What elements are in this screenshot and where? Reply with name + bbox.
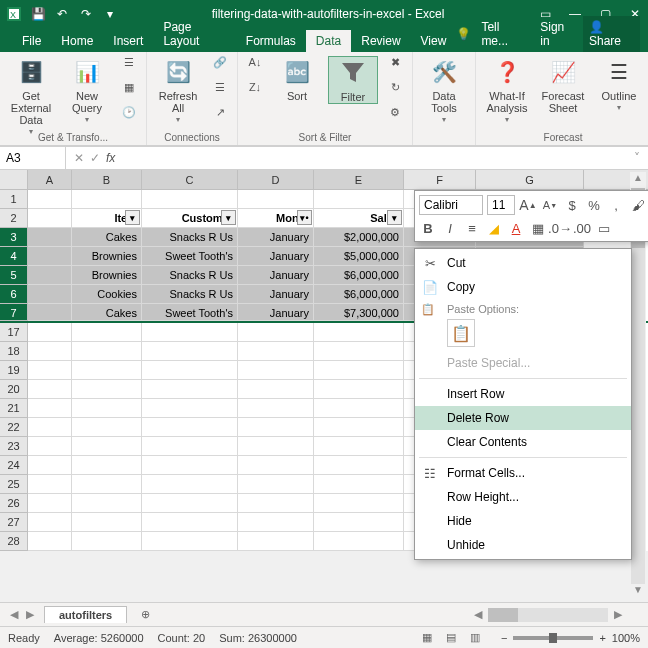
row-header[interactable]: 3: [0, 228, 28, 247]
cell[interactable]: [314, 475, 404, 494]
forecast-sheet-button[interactable]: 📈 Forecast Sheet: [538, 56, 588, 114]
row-header[interactable]: 19: [0, 361, 28, 380]
cell[interactable]: Cakes: [72, 304, 142, 321]
cell[interactable]: [28, 418, 72, 437]
ctx-delete-row[interactable]: Delete Row: [415, 406, 631, 430]
cell[interactable]: Customer▾: [142, 209, 238, 228]
cell[interactable]: Snacks R Us: [142, 285, 238, 304]
reapply-button[interactable]: ↻: [384, 81, 406, 103]
column-header[interactable]: B: [72, 170, 142, 189]
new-query-button[interactable]: 📊 New Query▾: [62, 56, 112, 125]
cell[interactable]: [28, 247, 72, 266]
cell[interactable]: [72, 437, 142, 456]
filter-dropdown-button[interactable]: ▾: [125, 210, 140, 225]
cell[interactable]: [314, 399, 404, 418]
merge-icon[interactable]: ▭: [595, 219, 613, 237]
view-buttons[interactable]: ▦▤▥: [415, 631, 487, 644]
sheet-nav-next-icon[interactable]: ▶: [26, 608, 34, 621]
cell[interactable]: [28, 228, 72, 247]
filter-dropdown-button[interactable]: ▾: [221, 210, 236, 225]
percent-icon[interactable]: %: [585, 196, 603, 214]
name-box[interactable]: [0, 147, 66, 169]
sign-in[interactable]: Sign in: [534, 16, 579, 52]
fill-color-icon[interactable]: ◢: [485, 219, 503, 237]
cell[interactable]: [72, 399, 142, 418]
cell[interactable]: [142, 532, 238, 551]
accept-formula-icon[interactable]: ✓: [90, 151, 100, 165]
cell[interactable]: [314, 494, 404, 513]
undo-icon[interactable]: ↶: [54, 6, 70, 22]
font-shrink-icon[interactable]: A▼: [541, 196, 559, 214]
cell[interactable]: [314, 532, 404, 551]
cell[interactable]: [142, 513, 238, 532]
cell[interactable]: [238, 475, 314, 494]
column-header[interactable]: E: [314, 170, 404, 189]
row-header[interactable]: 21: [0, 399, 28, 418]
font-grow-icon[interactable]: A▲: [519, 196, 537, 214]
cell[interactable]: Item▾: [72, 209, 142, 228]
cell[interactable]: [142, 456, 238, 475]
save-icon[interactable]: 💾: [30, 6, 46, 22]
page-break-icon[interactable]: ▥: [465, 631, 485, 644]
row-header[interactable]: 24: [0, 456, 28, 475]
column-header[interactable]: D: [238, 170, 314, 189]
cell[interactable]: [28, 304, 72, 321]
cell[interactable]: [72, 323, 142, 342]
tab-view[interactable]: View: [411, 30, 457, 52]
tab-data[interactable]: Data: [306, 30, 351, 52]
cell[interactable]: Sweet Tooth's: [142, 247, 238, 266]
cell[interactable]: [28, 399, 72, 418]
sort-asc-button[interactable]: A↓: [244, 56, 266, 78]
tab-page-layout[interactable]: Page Layout: [153, 16, 235, 52]
row-header[interactable]: 2: [0, 209, 28, 228]
tell-me[interactable]: Tell me...: [475, 16, 530, 52]
tab-insert[interactable]: Insert: [103, 30, 153, 52]
recent-sources-button[interactable]: 🕑: [118, 106, 140, 128]
name-box-input[interactable]: [6, 151, 59, 165]
cell[interactable]: [238, 361, 314, 380]
cell[interactable]: [72, 418, 142, 437]
cell[interactable]: Cakes: [72, 228, 142, 247]
font-color-icon[interactable]: A: [507, 219, 525, 237]
sort-button[interactable]: 🔤 Sort: [272, 56, 322, 102]
cell[interactable]: [314, 418, 404, 437]
cell[interactable]: [142, 437, 238, 456]
tab-file[interactable]: File: [12, 30, 51, 52]
advanced-button[interactable]: ⚙: [384, 106, 406, 128]
edit-links-button[interactable]: ↗: [209, 106, 231, 128]
cell[interactable]: January: [238, 247, 314, 266]
tab-formulas[interactable]: Formulas: [236, 30, 306, 52]
cell[interactable]: [28, 361, 72, 380]
cell[interactable]: Sales▾: [314, 209, 404, 228]
sort-desc-button[interactable]: Z↓: [244, 81, 266, 103]
cell[interactable]: [142, 190, 238, 209]
cell[interactable]: [28, 342, 72, 361]
scroll-right-icon[interactable]: ▶: [610, 608, 626, 621]
filter-dropdown-button[interactable]: ▾•: [297, 210, 312, 225]
get-external-data-button[interactable]: 🗄️ Get External Data▾: [6, 56, 56, 137]
ctx-copy[interactable]: 📄Copy: [415, 275, 631, 299]
scroll-down-icon[interactable]: ▼: [633, 584, 643, 600]
cell[interactable]: Snacks R Us: [142, 266, 238, 285]
cell[interactable]: [238, 437, 314, 456]
row-header[interactable]: 4: [0, 247, 28, 266]
cell[interactable]: [142, 418, 238, 437]
cell[interactable]: [238, 342, 314, 361]
what-if-button[interactable]: ❓ What-If Analysis▾: [482, 56, 532, 125]
share-button[interactable]: 👤 Share: [583, 16, 640, 52]
cell[interactable]: [28, 380, 72, 399]
cell[interactable]: [314, 190, 404, 209]
column-header[interactable]: F: [404, 170, 476, 189]
cell[interactable]: [142, 380, 238, 399]
cell[interactable]: $7,300,000: [314, 304, 404, 321]
qat-dropdown-icon[interactable]: ▾: [102, 6, 118, 22]
fx-icon[interactable]: fx: [106, 151, 115, 165]
cell[interactable]: [72, 361, 142, 380]
row-header[interactable]: 7: [0, 304, 28, 321]
ctx-format-cells[interactable]: ☷Format Cells...: [415, 461, 631, 485]
cell[interactable]: [28, 437, 72, 456]
ctx-insert-row[interactable]: Insert Row: [415, 382, 631, 406]
row-header[interactable]: 27: [0, 513, 28, 532]
filter-button[interactable]: Filter: [328, 56, 378, 104]
cell[interactable]: [28, 456, 72, 475]
